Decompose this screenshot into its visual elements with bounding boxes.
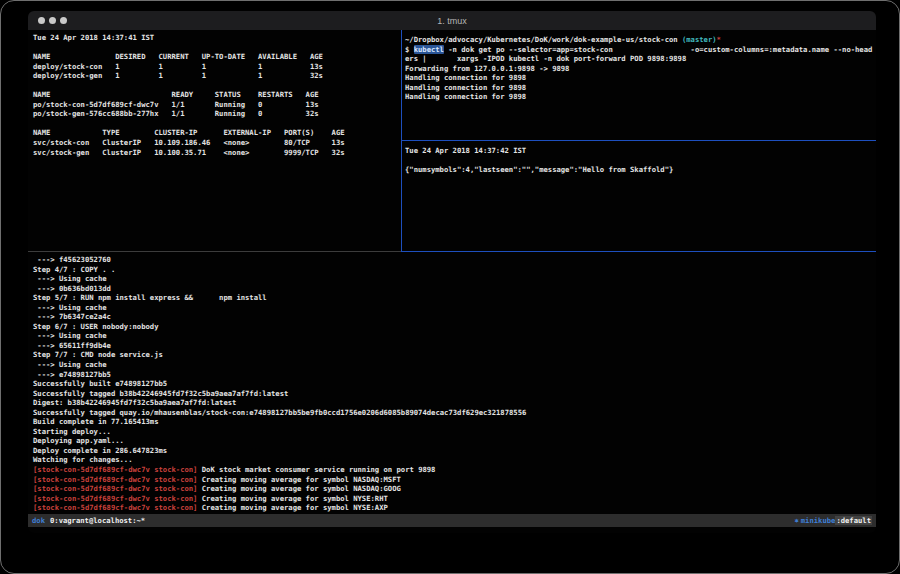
pane-port-forward[interactable]: ~/Dropbox/advocacy/Kubernetes/DoK/work/d… <box>402 30 876 145</box>
kubernetes-context-widget: ⎈ minikube :default <box>794 516 872 526</box>
kubernetes-context-name: minikube <box>801 516 836 526</box>
pane-divider-main-right[interactable] <box>401 251 876 252</box>
tmux-session-name: dok <box>32 516 45 526</box>
window-titlebar: 1. tmux <box>28 11 876 30</box>
pane-skaffold-build-log[interactable]: ---> f45623052760Step 4/7 : COPY . . ---… <box>28 252 876 514</box>
tmux-status-bar: dok 0:vagrant@localhost:~* ⎈ minikube :d… <box>28 514 876 527</box>
terminal-window: 1. tmux Tue 24 Apr 2018 14:37:41 IST NAM… <box>28 11 876 533</box>
pane-divider-main-left[interactable] <box>28 251 401 252</box>
kubernetes-namespace: :default <box>835 516 872 526</box>
pane-service-response[interactable]: Tue 24 Apr 2018 14:37:42 IST {"numsymbol… <box>402 141 876 256</box>
traffic-lights <box>38 11 67 30</box>
pane-divider-right-horizontal[interactable] <box>402 140 876 141</box>
tmux-window-label[interactable]: 0:vagrant@localhost:~* <box>50 516 145 526</box>
tmux-terminal: Tue 24 Apr 2018 14:37:41 IST NAME DESIRE… <box>28 30 876 533</box>
kubernetes-helm-icon: ⎈ <box>794 516 798 526</box>
pane-kubectl-resources[interactable]: Tue 24 Apr 2018 14:37:41 IST NAME DESIRE… <box>28 30 406 254</box>
minimize-button[interactable] <box>49 17 56 24</box>
close-button[interactable] <box>38 17 45 24</box>
zoom-button[interactable] <box>60 17 67 24</box>
screenshot-frame: 1. tmux Tue 24 Apr 2018 14:37:41 IST NAM… <box>0 0 900 574</box>
window-title: 1. tmux <box>28 11 876 30</box>
